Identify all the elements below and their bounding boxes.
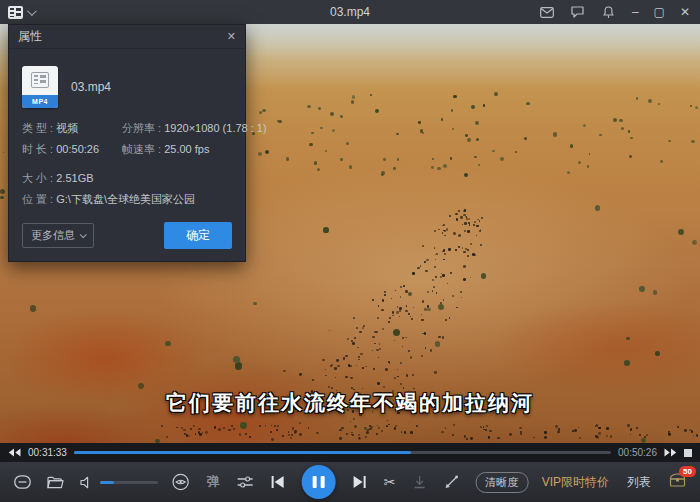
chevron-down-icon bbox=[27, 6, 37, 16]
notification-icon[interactable] bbox=[601, 4, 617, 20]
dialog-body: MP4 03.mp4 类 型 : 视频 分辨率 : 1920×1080 (1.7… bbox=[9, 49, 245, 261]
total-time: 00:50:26 bbox=[618, 447, 657, 458]
progress-bar[interactable] bbox=[74, 451, 611, 454]
volume-fill bbox=[100, 481, 114, 484]
eye-protect-icon[interactable] bbox=[172, 473, 190, 491]
file-name: 03.mp4 bbox=[71, 80, 111, 94]
message-icon[interactable] bbox=[539, 4, 555, 20]
file-type-badge: MP4 bbox=[22, 95, 58, 108]
previous-icon[interactable] bbox=[271, 475, 285, 489]
file-info-grid: 类 型 : 视频 分辨率 : 1920×1080 (1.78 : 1) 时 长 … bbox=[22, 121, 232, 157]
prop-framerate: 帧速率 : 25.00 fps bbox=[122, 142, 267, 157]
file-row: MP4 03.mp4 bbox=[22, 66, 232, 108]
pause-button[interactable] bbox=[302, 465, 336, 499]
prop-duration: 时 长 : 00:50:26 bbox=[22, 142, 122, 157]
coin-count-badge: 50 bbox=[679, 466, 696, 477]
subtitle-text: 它们要前往水流终年不竭的加拉纳河 bbox=[0, 389, 700, 417]
app-logo-icon bbox=[8, 6, 23, 19]
prop-location: 位 置 : G:\下载盘\全球绝美国家公园 bbox=[22, 192, 232, 207]
vip-offer-button[interactable]: VIP限时特价 bbox=[542, 474, 609, 491]
next-icon[interactable] bbox=[353, 475, 367, 489]
volume-control bbox=[80, 476, 158, 489]
av-settings-icon[interactable] bbox=[237, 475, 254, 489]
main-menu-button[interactable] bbox=[0, 6, 34, 19]
open-file-icon[interactable] bbox=[47, 476, 64, 489]
progress-row: 00:31:33 00:50:26 bbox=[0, 443, 700, 462]
mini-mode-icon[interactable] bbox=[14, 475, 31, 489]
prop-type: 类 型 : 视频 bbox=[22, 121, 122, 136]
mp4-file-icon: MP4 bbox=[22, 66, 58, 108]
step-forward-icon[interactable] bbox=[664, 448, 677, 457]
progress-fill bbox=[74, 451, 411, 454]
dialog-title: 属性 bbox=[18, 28, 42, 45]
title-bar: 03.mp4 – ▢ ✕ bbox=[0, 0, 700, 24]
dialog-close-icon[interactable]: ✕ bbox=[227, 30, 236, 43]
step-backward-icon[interactable] bbox=[8, 448, 21, 457]
minimize-button[interactable]: – bbox=[632, 4, 639, 20]
quality-button[interactable]: 清晰度 bbox=[475, 472, 528, 493]
more-info-button[interactable]: 更多信息 bbox=[22, 223, 94, 248]
control-bar: 弹 ✂ 清晰度 VIP限时特价 列表 bbox=[0, 462, 700, 502]
maximize-button[interactable]: ▢ bbox=[654, 4, 665, 20]
player-window: 03.mp4 – ▢ ✕ 它们要前往水流终年不竭的加拉纳河 bbox=[0, 0, 700, 502]
current-time: 00:31:33 bbox=[28, 447, 67, 458]
treasure-button[interactable]: 50 bbox=[669, 473, 686, 491]
volume-icon[interactable] bbox=[80, 476, 94, 489]
clip-icon[interactable]: ✂ bbox=[384, 474, 396, 490]
feedback-icon[interactable] bbox=[570, 4, 586, 20]
volume-slider[interactable] bbox=[100, 481, 158, 484]
close-button[interactable]: ✕ bbox=[680, 4, 690, 20]
download-icon[interactable] bbox=[412, 475, 426, 489]
ok-button[interactable]: 确定 bbox=[164, 222, 232, 249]
chevron-down-icon bbox=[80, 231, 87, 238]
titlebar-actions: – ▢ ✕ bbox=[539, 4, 700, 20]
fullscreen-icon[interactable] bbox=[684, 449, 692, 457]
prop-resolution: 分辨率 : 1920×1080 (1.78 : 1) bbox=[122, 121, 267, 136]
danmaku-toggle[interactable]: 弹 bbox=[207, 473, 220, 491]
properties-dialog: 属性 ✕ MP4 03.mp4 类 型 : 视频 分辨率 : 1920×1080… bbox=[8, 24, 246, 262]
prop-size: 大 小 : 2.51GB bbox=[22, 171, 232, 186]
cast-screen-icon[interactable] bbox=[443, 475, 458, 490]
playlist-button[interactable]: 列表 bbox=[627, 474, 651, 491]
dialog-titlebar: 属性 ✕ bbox=[9, 25, 245, 49]
